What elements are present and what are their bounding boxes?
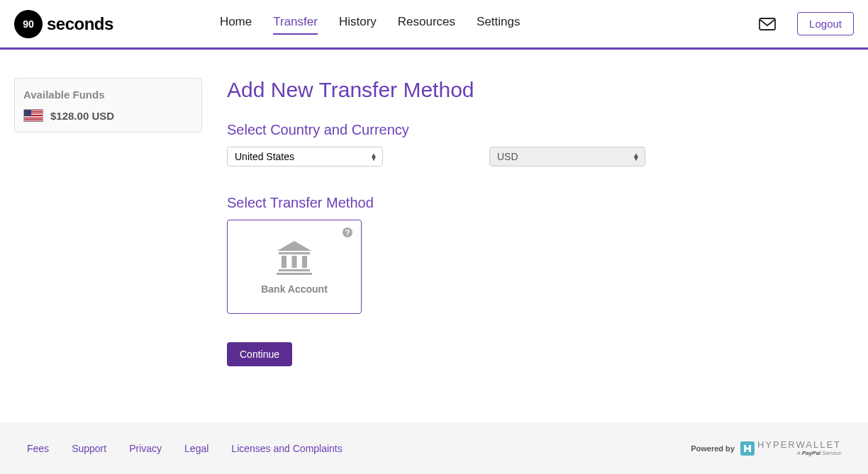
- svg-rect-2: [279, 252, 310, 254]
- hyperwallet-name: HYPERWALLET: [757, 440, 841, 449]
- sidebar: Available Funds $128.00 USD: [14, 78, 202, 424]
- logo-badge: 90: [14, 10, 43, 38]
- nav-history[interactable]: History: [339, 15, 377, 33]
- footer-privacy[interactable]: Privacy: [129, 443, 162, 454]
- us-flag-icon: [23, 109, 43, 122]
- available-funds-box: Available Funds $128.00 USD: [14, 78, 202, 132]
- hyperwallet-text: HYPERWALLET A PayPal Service: [757, 440, 841, 456]
- help-icon[interactable]: ?: [343, 227, 352, 237]
- nav-settings[interactable]: Settings: [477, 15, 520, 33]
- svg-rect-3: [282, 256, 286, 268]
- svg-rect-4: [292, 256, 297, 268]
- svg-rect-0: [760, 18, 775, 30]
- logo-text: seconds: [47, 14, 113, 34]
- svg-rect-5: [302, 256, 307, 268]
- mail-icon[interactable]: [759, 18, 776, 30]
- svg-rect-7: [277, 273, 312, 275]
- selects-row: United States ▲▼ USD ▲▼: [227, 147, 854, 167]
- header: 90 seconds Home Transfer History Resourc…: [0, 0, 868, 50]
- svg-rect-6: [279, 269, 310, 271]
- country-select-wrap: United States ▲▼: [227, 147, 383, 167]
- available-funds-title: Available Funds: [23, 89, 193, 101]
- currency-select-wrap: USD ▲▼: [489, 147, 645, 167]
- currency-select[interactable]: USD: [489, 147, 645, 167]
- main: Add New Transfer Method Select Country a…: [227, 78, 854, 424]
- powered-by: Powered by: [691, 444, 735, 453]
- nav-resources[interactable]: Resources: [398, 15, 455, 33]
- paypal-service: A PayPal Service: [757, 451, 841, 456]
- header-right: Logout: [759, 12, 854, 35]
- section-country-currency: Select Country and Currency: [227, 122, 854, 138]
- page-title: Add New Transfer Method: [227, 78, 854, 102]
- bank-icon: [274, 239, 314, 275]
- footer-legal[interactable]: Legal: [184, 443, 208, 454]
- main-nav: Home Transfer History Resources Settings: [220, 15, 521, 33]
- footer-support[interactable]: Support: [72, 443, 106, 454]
- nav-home[interactable]: Home: [220, 15, 252, 33]
- footer-right: Powered by HYPERWALLET A PayPal Service: [691, 440, 841, 456]
- svg-marker-1: [277, 241, 311, 251]
- country-select[interactable]: United States: [227, 147, 383, 167]
- brand-logo: 90 seconds: [14, 10, 113, 38]
- svg-rect-10: [744, 447, 751, 449]
- hyperwallet-logo: HYPERWALLET A PayPal Service: [740, 440, 841, 456]
- bank-account-card[interactable]: ? Bank Account: [227, 220, 362, 314]
- content: Available Funds $128.00 USD Add New Tran…: [0, 50, 868, 424]
- footer-links: Fees Support Privacy Legal Licenses and …: [27, 443, 343, 454]
- method-label: Bank Account: [261, 283, 328, 295]
- footer-licenses[interactable]: Licenses and Complaints: [231, 443, 342, 454]
- funds-row: $128.00 USD: [23, 109, 193, 122]
- logout-button[interactable]: Logout: [797, 12, 854, 35]
- footer: Fees Support Privacy Legal Licenses and …: [0, 422, 868, 474]
- hyperwallet-icon: [740, 441, 755, 456]
- footer-fees[interactable]: Fees: [27, 443, 49, 454]
- section-transfer-method: Select Transfer Method: [227, 195, 854, 211]
- funds-amount: $128.00 USD: [50, 110, 114, 122]
- continue-button[interactable]: Continue: [227, 342, 292, 366]
- nav-transfer[interactable]: Transfer: [273, 15, 318, 33]
